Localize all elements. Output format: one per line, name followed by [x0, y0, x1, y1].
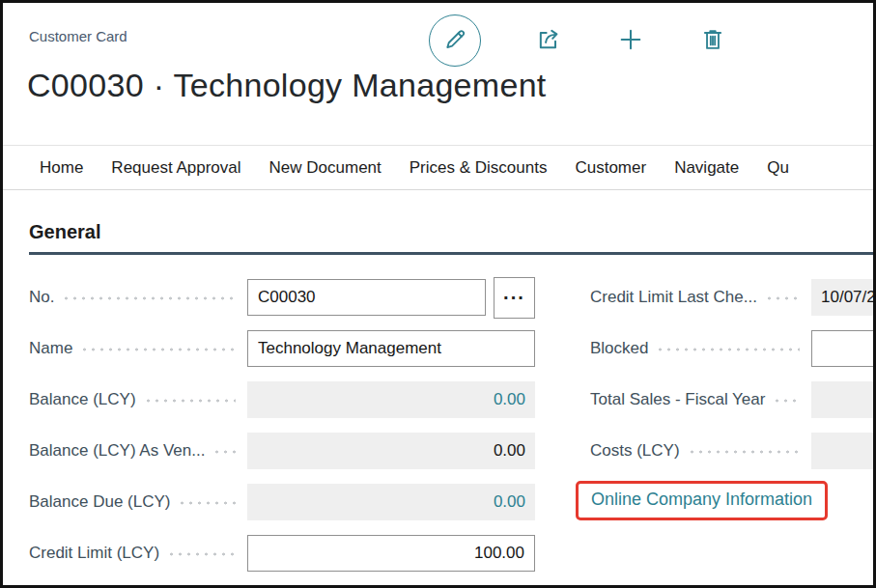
menu-item-home[interactable]: Home	[40, 158, 83, 178]
dotted-leader	[656, 348, 800, 351]
dotted-leader	[178, 501, 236, 505]
blocked-label: Blocked	[590, 339, 648, 358]
field-row-total-sales: Total Sales - Fiscal Year	[590, 381, 876, 418]
credit-limit-last-checked-field: 10/07/2	[811, 279, 876, 316]
page-actions-toolbar	[429, 14, 727, 67]
field-row-blocked: Blocked	[590, 330, 876, 367]
field-row-costs-lcy: Costs (LCY)	[590, 433, 876, 469]
total-sales-field	[811, 381, 876, 418]
menu-item-new-document[interactable]: New Document	[269, 158, 381, 178]
total-sales-label: Total Sales - Fiscal Year	[590, 390, 765, 409]
menu-item-clipped[interactable]: Qu	[767, 158, 789, 178]
red-highlight-annotation: Online Company Information	[576, 481, 828, 520]
menu-item-navigate[interactable]: Navigate	[674, 158, 739, 178]
costs-lcy-field	[811, 433, 876, 469]
dotted-leader	[773, 399, 800, 403]
dotted-leader	[80, 348, 236, 351]
ribbon-menu: Home Request Approval New Document Price…	[3, 145, 873, 190]
credit-limit-label: Credit Limit (LCY)	[29, 544, 159, 563]
field-row-no: No. ···	[29, 279, 535, 316]
field-row-online-company-information: Online Company Information	[590, 484, 876, 520]
field-row-balance-lcy-as-vendor: Balance (LCY) As Ven... 0.00	[29, 433, 535, 469]
no-input[interactable]	[247, 279, 486, 316]
plus-icon	[617, 26, 644, 56]
field-row-balance-due: Balance Due (LCY) 0.00	[29, 484, 535, 520]
dotted-leader	[688, 450, 800, 454]
balance-lcy-field[interactable]: 0.00	[247, 381, 535, 418]
field-row-credit-limit: Credit Limit (LCY)	[29, 535, 535, 572]
share-icon	[535, 26, 562, 56]
share-button[interactable]	[534, 26, 563, 55]
dotted-leader	[212, 450, 236, 454]
dotted-leader	[62, 296, 236, 300]
edit-button[interactable]	[429, 14, 481, 67]
balance-due-label: Balance Due (LCY)	[29, 492, 170, 512]
general-section-heading[interactable]: General	[29, 221, 873, 255]
dotted-leader	[765, 296, 800, 300]
dotted-leader	[167, 552, 236, 556]
pencil-icon	[442, 27, 467, 55]
name-label: Name	[29, 339, 72, 358]
menu-item-prices-discounts[interactable]: Prices & Discounts	[410, 158, 548, 178]
blocked-input[interactable]	[811, 330, 876, 367]
online-company-information-link[interactable]: Online Company Information	[591, 490, 812, 509]
no-label: No.	[29, 288, 54, 307]
name-input[interactable]	[247, 330, 535, 367]
general-left-column: No. ··· Name Balance (LCY) 0.00 Balance …	[29, 279, 535, 586]
trash-icon	[700, 27, 725, 55]
customer-card-window: Customer Card	[0, 0, 876, 588]
new-button[interactable]	[616, 26, 645, 55]
page-title: C00030 · Technology Management	[27, 67, 547, 104]
costs-lcy-label: Costs (LCY)	[590, 441, 680, 461]
balance-lcy-label: Balance (LCY)	[29, 390, 136, 409]
field-row-name: Name	[29, 330, 535, 367]
dotted-leader	[144, 399, 236, 403]
balance-lcy-as-vendor-label: Balance (LCY) As Ven...	[29, 441, 205, 461]
balance-due-field[interactable]: 0.00	[247, 484, 535, 520]
field-row-credit-limit-last-checked: Credit Limit Last Che... 10/07/2	[590, 279, 876, 316]
balance-lcy-as-vendor-value: 0.00	[494, 441, 525, 461]
credit-limit-last-checked-value: 10/07/2	[821, 288, 876, 307]
no-assist-button[interactable]: ···	[494, 277, 535, 319]
credit-limit-input[interactable]	[247, 535, 535, 572]
delete-button[interactable]	[698, 26, 727, 55]
balance-due-value[interactable]: 0.00	[494, 492, 525, 512]
balance-lcy-value[interactable]: 0.00	[494, 390, 525, 409]
credit-limit-last-checked-label: Credit Limit Last Che...	[590, 288, 757, 307]
page-context-label: Customer Card	[29, 28, 127, 44]
general-right-column: Credit Limit Last Che... 10/07/2 Blocked…	[590, 279, 876, 535]
field-row-balance-lcy: Balance (LCY) 0.00	[29, 381, 535, 418]
menu-item-request-approval[interactable]: Request Approval	[111, 158, 240, 178]
menu-item-customer[interactable]: Customer	[575, 158, 646, 178]
balance-lcy-as-vendor-field: 0.00	[247, 433, 535, 469]
